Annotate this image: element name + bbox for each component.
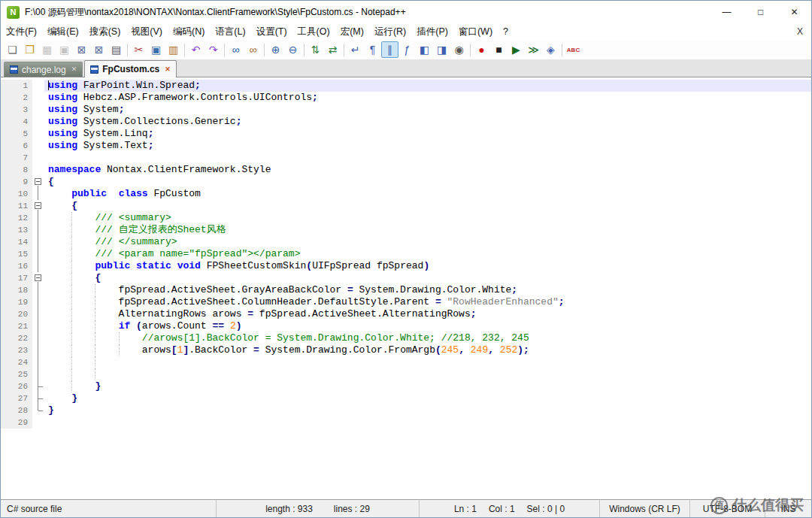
close-file-icon[interactable]: ⊠ bbox=[73, 41, 90, 58]
save-macro-icon[interactable]: ◈ bbox=[542, 41, 559, 58]
code-line-19[interactable]: 19 fpSpread.ActiveSheet.ColumnHeader.Def… bbox=[1, 296, 811, 308]
stop-macro-icon[interactable]: ■ bbox=[490, 41, 508, 58]
menu-item-4[interactable]: 编码(N) bbox=[168, 23, 210, 41]
line-number[interactable]: 11 bbox=[1, 200, 32, 212]
code-text[interactable]: /// 自定义报表的Sheet风格 bbox=[44, 224, 811, 236]
print-icon[interactable]: ▤ bbox=[108, 41, 125, 58]
code-line-29[interactable]: 29 bbox=[1, 417, 811, 429]
code-text[interactable]: using System.Text; bbox=[44, 140, 811, 152]
redo-icon[interactable]: ↷ bbox=[205, 41, 222, 58]
line-number[interactable]: 27 bbox=[1, 392, 32, 404]
code-text[interactable]: { bbox=[44, 200, 811, 212]
line-number[interactable]: 26 bbox=[1, 380, 32, 392]
new-file-icon[interactable]: ❏ bbox=[4, 41, 21, 58]
line-number[interactable]: 2 bbox=[1, 92, 32, 104]
close-all-icon[interactable]: ⊠ bbox=[90, 41, 108, 58]
line-number[interactable]: 13 bbox=[1, 224, 32, 236]
code-text[interactable]: } bbox=[44, 404, 811, 417]
code-text[interactable] bbox=[44, 417, 811, 429]
line-number[interactable]: 7 bbox=[1, 152, 32, 164]
minimize-button[interactable]: — bbox=[710, 1, 744, 23]
status-eol-format[interactable]: Windows (CR LF) bbox=[599, 500, 689, 517]
sync-vertical-scroll-icon[interactable]: ⇅ bbox=[307, 41, 324, 58]
code-text[interactable]: fpSpread.ActiveSheet.ColumnHeader.Defaul… bbox=[44, 296, 811, 308]
tab-change.log[interactable]: change.log✕ bbox=[4, 62, 83, 77]
menu-item-0[interactable]: 文件(F) bbox=[1, 23, 42, 41]
copy-icon[interactable]: ▣ bbox=[147, 41, 165, 58]
code-text[interactable]: using System.Collections.Generic; bbox=[44, 116, 811, 128]
line-number[interactable]: 18 bbox=[1, 284, 32, 296]
tab-close-icon[interactable]: ✕ bbox=[71, 66, 77, 73]
line-number[interactable]: 22 bbox=[1, 332, 32, 344]
code-text[interactable]: public static void FPSheetCustomSkin(UIF… bbox=[44, 260, 811, 272]
menu-item-5[interactable]: 语言(L) bbox=[210, 23, 250, 41]
record-macro-icon[interactable]: ● bbox=[473, 41, 490, 58]
file-monitoring-icon[interactable]: ◉ bbox=[450, 41, 468, 58]
code-text[interactable] bbox=[44, 356, 811, 368]
line-number[interactable]: 10 bbox=[1, 188, 32, 200]
fold-toggle-icon[interactable] bbox=[32, 272, 44, 284]
run-macro-multiple-icon[interactable]: ≫ bbox=[525, 41, 542, 58]
code-line-27[interactable]: 27 } bbox=[1, 392, 811, 404]
code-line-15[interactable]: 15 /// <param name="fpSpread"></param> bbox=[1, 248, 811, 260]
line-number[interactable]: 25 bbox=[1, 368, 32, 380]
code-line-28[interactable]: 28} bbox=[1, 404, 811, 417]
menubar-close-button[interactable]: X bbox=[792, 26, 808, 37]
line-number[interactable]: 15 bbox=[1, 248, 32, 260]
code-text[interactable] bbox=[44, 152, 811, 164]
zoom-out-icon[interactable]: ⊖ bbox=[284, 41, 301, 58]
code-line-2[interactable]: 2using Hebcz.ASP.Framework.Controls.UICo… bbox=[1, 92, 811, 104]
line-number[interactable]: 21 bbox=[1, 320, 32, 332]
menu-item-9[interactable]: 运行(R) bbox=[369, 23, 411, 41]
code-line-5[interactable]: 5using System.Linq; bbox=[1, 128, 811, 140]
function-list-icon[interactable]: ƒ bbox=[398, 41, 416, 58]
code-line-20[interactable]: 20 AlternatingRows arows = fpSpread.Acti… bbox=[1, 308, 811, 320]
menu-item-3[interactable]: 视图(V) bbox=[126, 23, 168, 41]
line-number[interactable]: 3 bbox=[1, 104, 32, 116]
line-number[interactable]: 16 bbox=[1, 260, 32, 272]
paste-icon[interactable]: ▥ bbox=[165, 41, 182, 58]
menu-item-6[interactable]: 设置(T) bbox=[251, 23, 292, 41]
code-text[interactable]: AlternatingRows arows = fpSpread.ActiveS… bbox=[44, 308, 811, 320]
code-line-18[interactable]: 18 fpSpread.ActiveSheet.GrayAreaBackColo… bbox=[1, 284, 811, 296]
code-line-17[interactable]: 17 { bbox=[1, 272, 811, 284]
code-line-25[interactable]: 25 bbox=[1, 368, 811, 380]
code-line-13[interactable]: 13 /// 自定义报表的Sheet风格 bbox=[1, 224, 811, 236]
status-insert-mode[interactable]: INS bbox=[765, 500, 811, 517]
maximize-button[interactable]: □ bbox=[744, 1, 777, 23]
word-wrap-icon[interactable]: ↵ bbox=[347, 41, 364, 58]
indent-guide-icon[interactable]: ∥ bbox=[381, 41, 398, 58]
code-line-6[interactable]: 6using System.Text; bbox=[1, 140, 811, 152]
code-line-1[interactable]: 1using FarPoint.Win.Spread; bbox=[1, 80, 811, 92]
document-switcher-icon[interactable]: ◨ bbox=[433, 41, 450, 58]
line-number[interactable]: 5 bbox=[1, 128, 32, 140]
code-line-23[interactable]: 23 arows[1].BackColor = System.Drawing.C… bbox=[1, 344, 811, 356]
code-text[interactable]: namespace Nontax.ClientFramework.Style bbox=[44, 164, 811, 176]
document-map-icon[interactable]: ◧ bbox=[416, 41, 433, 58]
code-line-10[interactable]: 10 public class FpCustom bbox=[1, 188, 811, 200]
cut-icon[interactable]: ✂ bbox=[130, 41, 147, 58]
menu-item-12[interactable]: ? bbox=[498, 24, 514, 39]
line-number[interactable]: 6 bbox=[1, 140, 32, 152]
line-number[interactable]: 20 bbox=[1, 308, 32, 320]
tab-FpCustom.cs[interactable]: FpCustom.cs✕ bbox=[84, 60, 177, 77]
fold-toggle-icon[interactable] bbox=[32, 176, 44, 188]
code-line-24[interactable]: 24 bbox=[1, 356, 811, 368]
line-number[interactable]: 23 bbox=[1, 344, 32, 356]
line-number[interactable]: 17 bbox=[1, 272, 32, 284]
code-text[interactable]: /// <param name="fpSpread"></param> bbox=[44, 248, 811, 260]
line-number[interactable]: 24 bbox=[1, 356, 32, 368]
line-number[interactable]: 14 bbox=[1, 236, 32, 248]
tab-close-icon[interactable]: ✕ bbox=[165, 66, 171, 73]
menu-item-11[interactable]: 窗口(W) bbox=[453, 23, 498, 41]
line-number[interactable]: 12 bbox=[1, 212, 32, 224]
menu-item-8[interactable]: 宏(M) bbox=[335, 23, 369, 41]
line-number[interactable]: 8 bbox=[1, 164, 32, 176]
code-line-3[interactable]: 3using System; bbox=[1, 104, 811, 116]
code-text[interactable]: //arows[1].BackColor = System.Drawing.Co… bbox=[44, 332, 811, 344]
open-file-icon[interactable]: ❒ bbox=[21, 41, 38, 58]
status-encoding[interactable]: UTF-8-BOM bbox=[689, 500, 765, 517]
line-number[interactable]: 1 bbox=[1, 80, 32, 92]
code-text[interactable]: { bbox=[44, 176, 811, 188]
line-number[interactable]: 4 bbox=[1, 116, 32, 128]
